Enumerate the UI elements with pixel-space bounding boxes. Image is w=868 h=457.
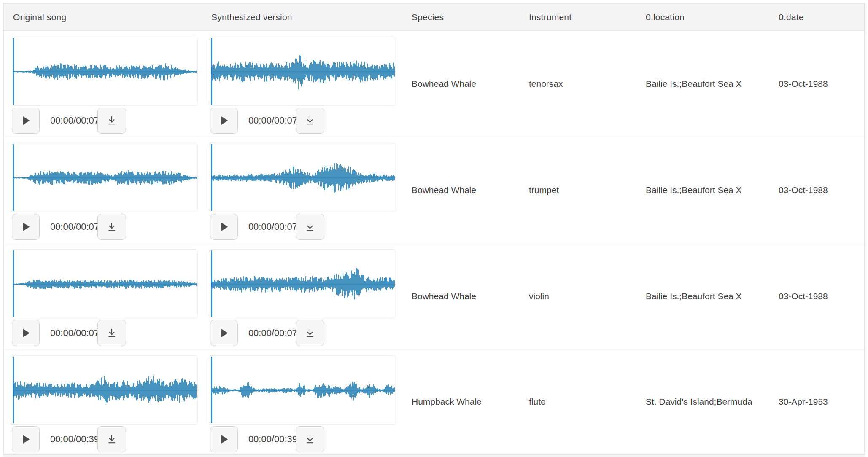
audio-controls: 00:00/00:07 (11, 214, 198, 241)
play-button[interactable] (210, 214, 238, 240)
column-header-original-song: Original song (4, 4, 202, 30)
column-header-instrument: Instrument (520, 4, 636, 30)
instrument-cell: tenorsax (520, 31, 636, 137)
play-icon (218, 220, 230, 233)
play-button[interactable] (210, 108, 238, 134)
play-button[interactable] (210, 320, 238, 346)
download-button[interactable] (296, 426, 324, 452)
location-cell: Bailie Is.;Beaufort Sea X (636, 31, 769, 137)
synthesized-waveform[interactable] (209, 37, 396, 106)
table-row: 00:00/00:39 00:00/00:39 (4, 349, 864, 454)
column-header-species: Species (402, 4, 520, 30)
original-song-cell: 00:00/00:39 (4, 349, 202, 454)
play-button[interactable] (12, 214, 40, 240)
play-icon (218, 327, 230, 339)
date-cell: 30-Apr-1953 (769, 349, 864, 454)
time-display: 00:00/00:07 (49, 108, 100, 134)
play-icon (218, 433, 230, 446)
column-header-synthesized-version: Synthesized version (202, 4, 402, 30)
date-cell: 03-Oct-1988 (769, 31, 864, 137)
download-button[interactable] (97, 320, 126, 346)
download-icon (304, 433, 316, 445)
time-display: 00:00/00:39 (248, 426, 298, 452)
download-icon (106, 221, 118, 233)
play-icon (19, 114, 32, 127)
play-icon (19, 327, 32, 339)
waveform-image (211, 38, 395, 105)
play-button[interactable] (12, 426, 40, 452)
table-row: 00:00/00:07 00:00/00:07 (4, 243, 864, 349)
samples-table: Original song Synthesized version Specie… (3, 3, 865, 454)
table-header-row: Original song Synthesized version Specie… (4, 4, 864, 31)
download-button[interactable] (97, 108, 126, 134)
synthesized-waveform[interactable] (209, 355, 396, 425)
waveform-image (13, 144, 197, 212)
download-icon (304, 327, 316, 339)
species-cell: Bowhead Whale (402, 243, 520, 349)
column-header-location: 0.location (636, 4, 769, 30)
table-body: 00:00/00:07 00:00/00:07 (4, 31, 864, 454)
time-display: 00:00/00:07 (248, 214, 298, 240)
waveform-image (13, 38, 197, 105)
instrument-cell: trumpet (520, 137, 636, 243)
play-button[interactable] (210, 426, 238, 452)
species-cell: Bowhead Whale (402, 137, 520, 243)
waveform-image (211, 250, 395, 318)
date-cell: 03-Oct-1988 (769, 137, 864, 243)
waveform-image (211, 144, 395, 212)
play-button[interactable] (12, 320, 40, 346)
audio-controls: 00:00/00:07 (209, 214, 396, 241)
species-cell: Humpback Whale (402, 349, 520, 454)
download-icon (304, 221, 316, 233)
play-icon (19, 433, 32, 446)
audio-controls: 00:00/00:39 (11, 426, 198, 453)
download-button[interactable] (296, 214, 324, 240)
location-cell: Bailie Is.;Beaufort Sea X (636, 243, 769, 349)
time-display: 00:00/00:07 (49, 214, 100, 240)
synthesized-waveform[interactable] (209, 249, 396, 318)
audio-controls: 00:00/00:39 (209, 426, 396, 453)
location-cell: Bailie Is.;Beaufort Sea X (636, 137, 769, 243)
synthesized-version-cell: 00:00/00:39 (202, 349, 402, 454)
next-section-strip (3, 454, 865, 457)
original-song-cell: 00:00/00:07 (4, 243, 202, 349)
table-row: 00:00/00:07 00:00/00:07 (4, 31, 864, 137)
table-row: 00:00/00:07 00:00/00:07 (4, 137, 864, 243)
waveform-image (211, 357, 395, 424)
instrument-cell: flute (520, 349, 636, 454)
synthesized-version-cell: 00:00/00:07 (202, 137, 402, 243)
download-icon (106, 115, 118, 126)
download-button[interactable] (97, 426, 126, 452)
audio-dataset-page: Original song Synthesized version Specie… (0, 0, 868, 457)
play-button[interactable] (12, 108, 40, 134)
original-waveform[interactable] (11, 37, 198, 106)
download-button[interactable] (296, 320, 324, 346)
location-cell: St. David's Island;Bermuda (636, 349, 769, 454)
waveform-image (13, 250, 197, 318)
instrument-cell: violin (520, 243, 636, 349)
audio-controls: 00:00/00:07 (209, 108, 396, 134)
download-button[interactable] (296, 108, 324, 134)
species-cell: Bowhead Whale (402, 31, 520, 137)
download-icon (106, 327, 118, 339)
date-cell: 03-Oct-1988 (769, 243, 864, 349)
time-display: 00:00/00:07 (248, 320, 298, 346)
time-display: 00:00/00:07 (49, 320, 100, 346)
audio-controls: 00:00/00:07 (11, 320, 198, 347)
synthesized-version-cell: 00:00/00:07 (202, 243, 402, 349)
time-display: 00:00/00:07 (248, 108, 298, 134)
original-waveform[interactable] (11, 143, 198, 212)
original-song-cell: 00:00/00:07 (4, 137, 202, 243)
synthesized-version-cell: 00:00/00:07 (202, 31, 402, 137)
audio-controls: 00:00/00:07 (11, 108, 198, 134)
original-waveform[interactable] (11, 249, 198, 318)
time-display: 00:00/00:39 (49, 426, 100, 452)
original-waveform[interactable] (11, 355, 198, 425)
synthesized-waveform[interactable] (209, 143, 396, 212)
original-song-cell: 00:00/00:07 (4, 31, 202, 137)
download-icon (106, 433, 118, 445)
play-icon (19, 220, 32, 233)
download-button[interactable] (97, 214, 126, 240)
play-icon (218, 114, 230, 127)
waveform-image (13, 357, 197, 424)
